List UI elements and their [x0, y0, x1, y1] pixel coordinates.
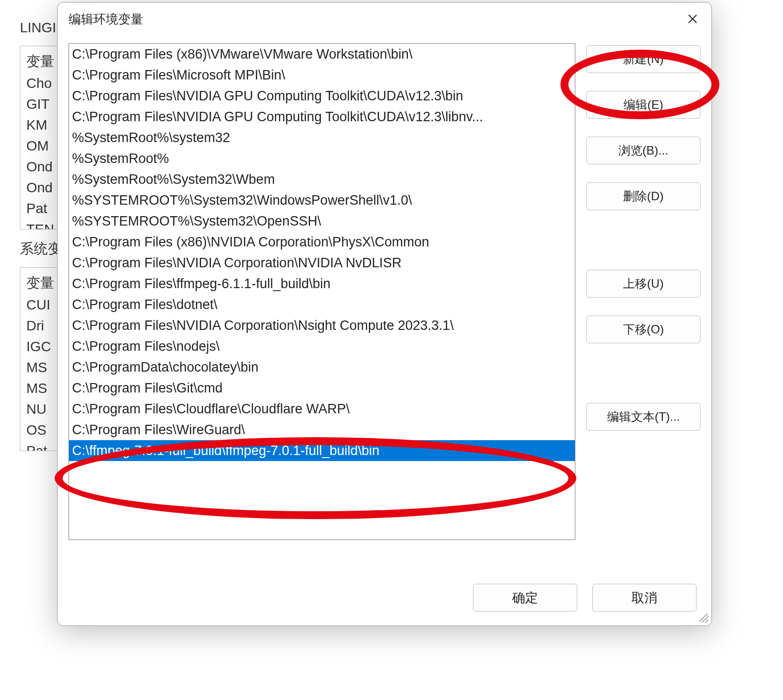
browse-button[interactable]: 浏览(B)... [586, 137, 701, 164]
path-listbox[interactable]: C:\Program Files (x86)\VMware\VMware Wor… [69, 43, 575, 540]
path-list-item[interactable]: C:\Program Files\NVIDIA Corporation\NVID… [69, 252, 575, 273]
path-list-item[interactable]: C:\ProgramData\chocolatey\bin [69, 357, 575, 378]
delete-button[interactable]: 删除(D) [586, 182, 701, 210]
path-list-item[interactable]: C:\Program Files\Cloudflare\Cloudflare W… [69, 398, 575, 419]
path-list-item[interactable]: C:\Program Files\dotnet\ [69, 294, 575, 315]
resize-grip-icon[interactable] [700, 614, 708, 622]
dialog-title: 编辑环境变量 [67, 11, 143, 27]
close-icon[interactable] [683, 9, 703, 29]
cancel-button[interactable]: 取消 [592, 584, 697, 612]
edit-text-button[interactable]: 编辑文本(T)... [586, 403, 701, 431]
path-list-item[interactable]: %SystemRoot% [69, 148, 575, 169]
path-list-item[interactable]: C:\Program Files\nodejs\ [69, 336, 575, 357]
path-list-item[interactable]: C:\Program Files\Microsoft MPI\Bin\ [69, 65, 575, 85]
path-list-item[interactable]: %SystemRoot%\System32\Wbem [69, 169, 575, 190]
ok-button[interactable]: 确定 [473, 584, 577, 612]
path-list-item[interactable]: C:\Program Files\NVIDIA Corporation\Nsig… [69, 315, 575, 336]
path-list-item[interactable]: %SYSTEMROOT%\System32\WindowsPowerShell\… [69, 190, 575, 211]
path-list-item[interactable]: %SystemRoot%\system32 [69, 127, 575, 148]
path-list-item[interactable]: C:\Program Files\NVIDIA GPU Computing To… [69, 106, 575, 127]
path-list-item[interactable]: %SYSTEMROOT%\System32\OpenSSH\ [69, 211, 575, 232]
path-list-item[interactable]: C:\Program Files\NVIDIA GPU Computing To… [69, 85, 575, 106]
move-up-button[interactable]: 上移(U) [586, 270, 701, 298]
move-down-button[interactable]: 下移(O) [586, 315, 701, 343]
path-list-item[interactable]: C:\ffmpeg-7.0.1-full_build\ffmpeg-7.0.1-… [69, 440, 575, 461]
new-button[interactable]: 新建(N) [586, 45, 701, 73]
titlebar: 编辑环境变量 [58, 2, 711, 35]
edit-env-var-dialog: 编辑环境变量 C:\Program Files (x86)\VMware\VMw… [57, 2, 712, 626]
path-list-item[interactable]: C:\Program Files\ffmpeg-6.1.1-full_build… [69, 273, 575, 294]
path-list-item[interactable]: C:\Program Files\WireGuard\ [69, 419, 575, 440]
path-list-item[interactable]: C:\Program Files\Git\cmd [69, 378, 575, 398]
edit-button[interactable]: 编辑(E) [586, 91, 701, 119]
path-list-item[interactable]: C:\Program Files (x86)\NVIDIA Corporatio… [69, 232, 575, 252]
path-list-item[interactable]: C:\Program Files (x86)\VMware\VMware Wor… [69, 44, 575, 65]
